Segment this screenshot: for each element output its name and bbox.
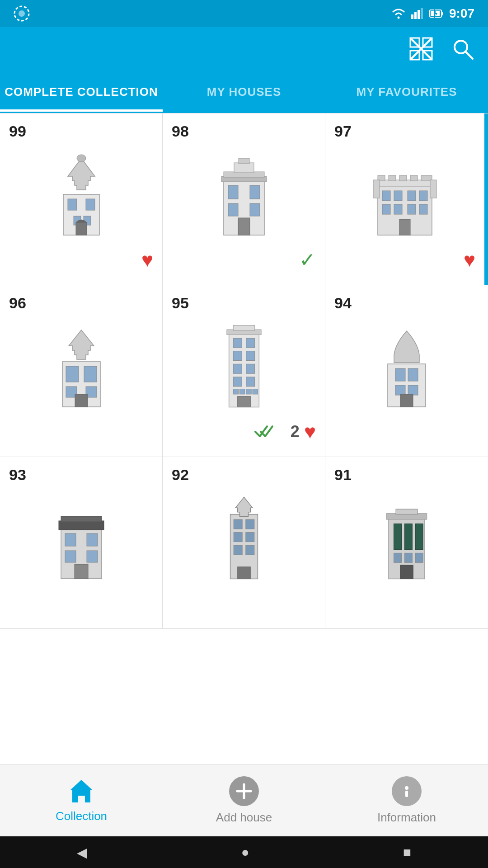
svg-rect-66 <box>246 338 254 348</box>
nav-label-add-house: Add house <box>216 811 272 825</box>
house-item-91[interactable]: 91 <box>325 457 488 629</box>
house-badges-91 <box>334 592 479 615</box>
house-image-97 <box>334 145 475 244</box>
back-button[interactable]: ◀ <box>77 844 87 860</box>
tab-complete-collection[interactable]: COMPLETE COLLECTION <box>0 72 163 112</box>
svg-rect-72 <box>246 377 254 387</box>
svg-rect-6 <box>421 8 423 19</box>
svg-rect-69 <box>233 364 242 373</box>
house-badges-96 <box>9 420 153 443</box>
status-time: 9:07 <box>449 6 474 21</box>
house-item-95[interactable]: 95 <box>163 285 325 457</box>
house-item-99[interactable]: 99 <box>0 113 163 285</box>
svg-rect-31 <box>239 158 249 164</box>
nav-item-collection[interactable]: Collection <box>0 778 163 823</box>
house-item-93[interactable]: 93 <box>0 457 163 629</box>
svg-marker-111 <box>70 780 93 802</box>
app-logo-icon <box>14 5 30 22</box>
svg-rect-86 <box>61 516 102 522</box>
house-image-94 <box>334 316 479 416</box>
add-house-circle-icon <box>229 776 259 806</box>
house-image-92 <box>172 488 316 588</box>
svg-rect-97 <box>245 533 254 542</box>
svg-rect-94 <box>234 519 242 529</box>
svg-rect-61 <box>75 394 88 407</box>
add-icon <box>235 782 253 801</box>
house-number-95: 95 <box>172 294 189 312</box>
svg-rect-104 <box>394 524 401 550</box>
svg-rect-74 <box>239 389 244 394</box>
svg-rect-88 <box>87 533 98 546</box>
svg-rect-110 <box>400 565 413 579</box>
grid-toggle-button[interactable] <box>409 37 433 62</box>
bottom-nav: Collection Add house Information <box>0 764 488 836</box>
favourite-icon-95: ♥ <box>304 420 316 443</box>
tab-bar: COMPLETE COLLECTION MY HOUSES MY FAVOURI… <box>0 72 488 113</box>
nav-label-collection: Collection <box>56 809 107 823</box>
house-item-97[interactable]: 97 <box>325 113 488 285</box>
house-badges-95: 2 ♥ <box>172 420 316 443</box>
signal-icon <box>411 8 424 19</box>
svg-rect-79 <box>395 368 405 381</box>
svg-rect-71 <box>233 377 242 387</box>
svg-rect-67 <box>233 351 242 361</box>
house-number-92: 92 <box>172 466 189 484</box>
svg-rect-26 <box>76 222 87 235</box>
svg-rect-54 <box>399 219 410 235</box>
svg-rect-48 <box>408 191 416 201</box>
status-bar-right: 9:07 <box>391 6 474 21</box>
house-item-94[interactable]: 94 <box>325 285 488 457</box>
battery-icon <box>429 9 444 19</box>
house-badges-93 <box>9 592 153 615</box>
house-image-93 <box>9 488 153 588</box>
svg-rect-52 <box>408 204 416 214</box>
svg-line-18 <box>465 52 473 59</box>
house-badges-94 <box>334 420 479 443</box>
house-image-96 <box>9 316 153 416</box>
svg-rect-105 <box>404 524 412 550</box>
svg-rect-47 <box>394 191 402 201</box>
house-image-99 <box>9 145 153 244</box>
svg-rect-103 <box>396 509 418 514</box>
home-button[interactable]: ● <box>241 844 249 860</box>
house-item-96[interactable]: 96 <box>0 285 163 457</box>
house-number-97: 97 <box>334 123 352 140</box>
svg-rect-50 <box>382 204 390 214</box>
svg-rect-44 <box>373 180 380 198</box>
house-item-98[interactable]: 98 <box>163 113 325 285</box>
wifi-icon <box>391 8 406 19</box>
svg-point-21 <box>77 155 86 162</box>
house-badges-97: ♥ <box>334 249 475 271</box>
svg-marker-93 <box>235 497 252 517</box>
svg-rect-41 <box>399 175 407 181</box>
info-icon <box>397 782 416 801</box>
tab-my-houses[interactable]: MY HOUSES <box>163 72 325 112</box>
svg-rect-98 <box>234 545 242 555</box>
svg-rect-106 <box>415 524 423 550</box>
svg-rect-73 <box>233 389 238 394</box>
house-number-93: 93 <box>9 466 26 484</box>
houses-grid: 99 <box>0 113 488 629</box>
svg-rect-33 <box>250 185 260 199</box>
recent-button[interactable]: ■ <box>403 844 411 860</box>
grid-toggle-icon <box>409 37 433 61</box>
house-item-92[interactable]: 92 <box>163 457 325 629</box>
svg-rect-75 <box>246 389 251 394</box>
svg-rect-76 <box>253 389 258 394</box>
svg-rect-115 <box>405 791 408 797</box>
svg-point-1 <box>19 10 25 17</box>
nav-item-add-house[interactable]: Add house <box>163 776 325 825</box>
svg-rect-53 <box>419 204 427 214</box>
svg-rect-23 <box>86 199 95 210</box>
home-icon <box>68 778 95 805</box>
svg-rect-65 <box>233 338 242 348</box>
tab-my-favourites[interactable]: MY FAVOURITES <box>325 72 488 112</box>
svg-marker-56 <box>69 330 94 359</box>
svg-rect-4 <box>414 12 417 19</box>
system-nav: ◀ ● ■ <box>0 836 488 868</box>
svg-rect-57 <box>66 366 79 382</box>
svg-rect-77 <box>237 396 250 407</box>
svg-marker-20 <box>68 158 95 190</box>
search-button[interactable] <box>451 37 474 62</box>
nav-item-information[interactable]: Information <box>325 776 488 825</box>
